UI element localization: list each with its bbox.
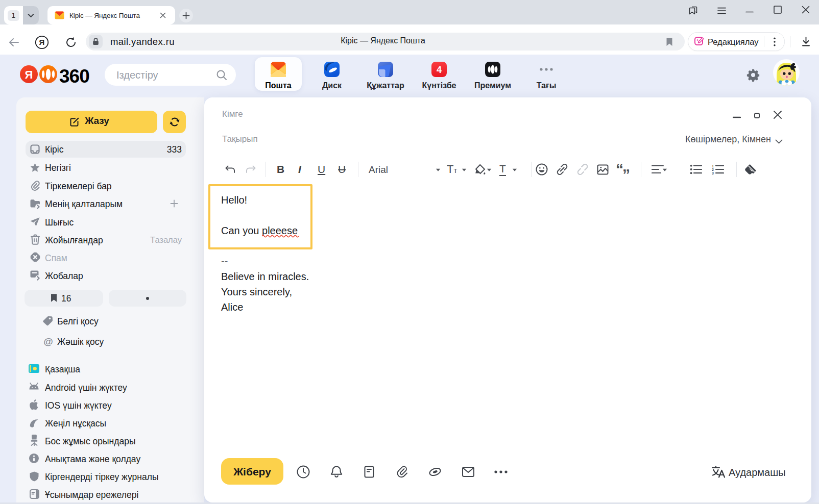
svg-text:Я: Я [25, 68, 33, 81]
svg-text:@: @ [43, 336, 53, 347]
svg-text:2: 2 [712, 168, 714, 171]
svg-text:1: 1 [712, 164, 714, 168]
svg-text:3: 3 [712, 171, 714, 174]
svg-text:Я: Я [39, 38, 45, 46]
svg-text:4: 4 [437, 65, 442, 75]
